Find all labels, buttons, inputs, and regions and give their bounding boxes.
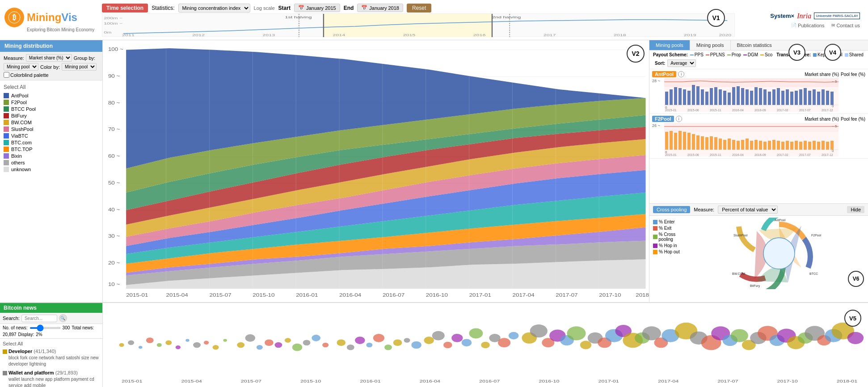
legend-item-btc-com[interactable]: BTC.com bbox=[4, 140, 99, 145]
svg-text:100m ~: 100m ~ bbox=[104, 21, 122, 25]
news-category-developer[interactable]: Developer (41/1,340) block fork core net… bbox=[3, 349, 100, 367]
bitcoin-news-panel: Bitcoin news Search: 🔍 No. of news: 300 … bbox=[0, 303, 103, 387]
mining-distribution-tab[interactable]: Mining distribution bbox=[0, 40, 102, 52]
legend-item-btc-top[interactable]: BTC.TOP bbox=[4, 147, 99, 152]
svg-rect-102 bbox=[817, 92, 820, 105]
svg-point-203 bbox=[373, 334, 384, 342]
chord-diagram[interactable]: AntPool F2Pool BTCC BitFury BW.COM Slush… bbox=[691, 218, 866, 289]
svg-point-211 bbox=[451, 334, 463, 342]
svg-text:2015-07: 2015-07 bbox=[241, 379, 261, 383]
svg-rect-149 bbox=[795, 141, 798, 150]
legend-item-antpool[interactable]: AntPool bbox=[4, 93, 99, 98]
news-count-slider[interactable] bbox=[29, 327, 61, 329]
news-category-wallet[interactable]: Wallet and platform (29/1,893) wallet la… bbox=[3, 370, 100, 387]
measure-select[interactable]: Market share (%) bbox=[26, 54, 72, 62]
legend-item-others[interactable]: others bbox=[4, 160, 99, 165]
antpool-chart-svg[interactable]: 0 ~ 5 0 2015-01 2015-06 2015-11 2016-04 … bbox=[664, 78, 865, 112]
svg-rect-132 bbox=[719, 139, 722, 150]
svg-text:2016-04: 2016-04 bbox=[732, 109, 744, 112]
svg-text:2017-04: 2017-04 bbox=[658, 379, 678, 383]
stacked-area-chart[interactable]: 100 ~ 90 ~ 80 ~ 70 ~ 60 ~ 50 ~ 40 ~ 30 ~… bbox=[103, 40, 649, 302]
antpool-info-icon[interactable]: i bbox=[678, 71, 684, 77]
legend-item-bitfury[interactable]: BitFury bbox=[4, 113, 99, 118]
svg-point-208 bbox=[424, 337, 434, 344]
end-date-badge[interactable]: 📅 January 2018 bbox=[357, 4, 403, 12]
svg-point-183 bbox=[176, 345, 181, 349]
legend-item-btcc-pool[interactable]: BTCC Pool bbox=[4, 106, 99, 112]
svg-rect-145 bbox=[777, 141, 780, 150]
svg-point-219 bbox=[530, 324, 548, 337]
antpool-badge[interactable]: AntPool bbox=[652, 71, 676, 77]
f2pool-info-icon[interactable]: i bbox=[676, 116, 682, 122]
svg-text:2017-10: 2017-10 bbox=[777, 379, 798, 383]
svg-text:0m: 0m bbox=[104, 30, 112, 34]
start-date-badge[interactable]: 📅 January 2015 bbox=[294, 4, 340, 12]
legend-item-unknown[interactable]: unknown bbox=[4, 167, 99, 172]
svg-rect-93 bbox=[777, 88, 780, 105]
color-select[interactable]: Mining pool bbox=[62, 63, 97, 71]
svg-rect-101 bbox=[813, 89, 816, 105]
cross-measure-select[interactable]: Percent of total value bbox=[718, 206, 778, 214]
tab-mining-pools-2[interactable]: Mining pools bbox=[690, 40, 731, 50]
bitcoin-news-header[interactable]: Bitcoin news bbox=[0, 303, 102, 313]
bubble-chart-svg[interactable]: 2015-01 2015-04 2015-07 2015-10 2016-01 … bbox=[103, 303, 868, 387]
svg-point-197 bbox=[312, 335, 320, 341]
svg-text:90 ~: 90 ~ bbox=[108, 73, 120, 79]
svg-text:BTCC: BTCC bbox=[809, 272, 818, 275]
time-selection-area: Time selection Statistics: Mining concen… bbox=[98, 4, 738, 37]
cross-pooling-tab[interactable]: Cross pooling bbox=[653, 206, 690, 213]
svg-text:1st halving: 1st halving bbox=[285, 15, 312, 19]
svg-rect-105 bbox=[830, 92, 834, 105]
colorblind-checkbox[interactable]: Colorblind palette bbox=[4, 72, 49, 78]
group-select[interactable]: Mining pool bbox=[4, 63, 38, 71]
display-value: 2% bbox=[36, 332, 42, 337]
log-scale-label: Log scale bbox=[254, 5, 275, 11]
svg-point-186 bbox=[204, 341, 209, 345]
search-input[interactable] bbox=[21, 315, 57, 322]
svg-text:2015-06: 2015-06 bbox=[687, 153, 699, 156]
f2pool-badge[interactable]: F2Pool bbox=[652, 116, 674, 122]
svg-rect-140 bbox=[754, 140, 758, 150]
end-label: End bbox=[344, 5, 354, 11]
f2pool-chart-svg[interactable]: 0 ~ 5 0 2015-01 2015-06 2015-11 2016-04 … bbox=[664, 123, 865, 156]
logo-subtitle: Exploring Bitcoin Mining Economy bbox=[27, 27, 98, 32]
tab-bitcoin-statistics[interactable]: Bitcoin statistics bbox=[731, 40, 778, 50]
search-button[interactable]: 🔍 bbox=[59, 314, 67, 322]
svg-rect-94 bbox=[781, 91, 784, 105]
search-label: Search: bbox=[3, 315, 20, 321]
svg-point-251 bbox=[847, 332, 864, 344]
news-count-value: 300 bbox=[63, 325, 70, 330]
svg-point-184 bbox=[185, 339, 189, 341]
reset-button[interactable]: Reset bbox=[407, 4, 431, 13]
total-news-value: 20,897 bbox=[3, 332, 17, 337]
time-selection-button[interactable]: Time selection bbox=[102, 4, 148, 13]
right-panel: V3 V4 Mining pools Mining pools Bitcoin … bbox=[649, 40, 868, 302]
select-all[interactable]: Select All bbox=[4, 84, 99, 90]
svg-point-185 bbox=[193, 342, 201, 348]
timeline-chart[interactable]: 200m ~ 100m ~ 0m 1st halving 2nd halving… bbox=[102, 13, 735, 37]
svg-rect-135 bbox=[732, 140, 735, 150]
legend-item-f2pool[interactable]: F2Pool bbox=[4, 100, 99, 105]
cross-legend: % Enter % Exit % Cross pooling % Hop in … bbox=[651, 218, 691, 289]
tab-mining-pools-1[interactable]: Mining pools bbox=[649, 40, 690, 50]
svg-rect-96 bbox=[790, 92, 793, 105]
svg-rect-103 bbox=[822, 89, 825, 105]
svg-text:0: 0 bbox=[832, 149, 834, 153]
legend-item-viabtc[interactable]: ViaBTC bbox=[4, 133, 99, 139]
legend-item-bixin[interactable]: Bixin bbox=[4, 153, 99, 159]
legend-item-slushpool[interactable]: SlushPool bbox=[4, 126, 99, 132]
svg-rect-83 bbox=[732, 87, 735, 105]
contact-link[interactable]: ✉ Contact us bbox=[831, 23, 860, 28]
sort-select[interactable]: Average bbox=[667, 59, 696, 67]
stats-select[interactable]: Mining concentration index bbox=[178, 4, 250, 13]
legend-item-bw-com[interactable]: BW.COM bbox=[4, 120, 99, 125]
start-label: Start bbox=[278, 5, 291, 11]
f2pool-market-label: Market share (%) bbox=[805, 117, 839, 122]
svg-point-200 bbox=[347, 345, 354, 350]
news-select-all[interactable]: Select All bbox=[3, 341, 100, 346]
svg-text:80 ~: 80 ~ bbox=[108, 100, 120, 105]
svg-rect-92 bbox=[772, 89, 775, 105]
publications-link[interactable]: 📄 Publications bbox=[791, 23, 824, 28]
cross-hide-button[interactable]: Hide bbox=[847, 206, 864, 213]
svg-point-213 bbox=[469, 328, 483, 338]
